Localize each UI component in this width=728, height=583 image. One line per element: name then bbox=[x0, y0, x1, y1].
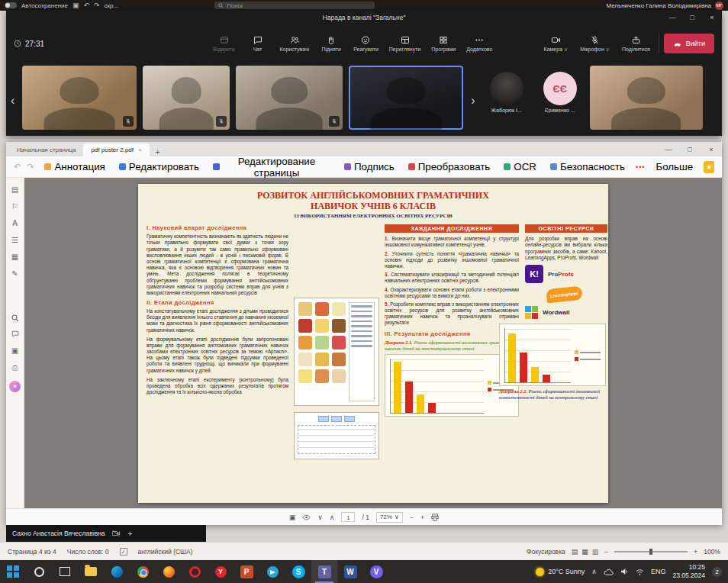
camera-options-chevron[interactable]: ∨ bbox=[564, 47, 568, 52]
task-view-button[interactable] bbox=[52, 560, 78, 583]
undo-icon[interactable]: ↶ bbox=[84, 2, 90, 9]
start-button[interactable] bbox=[0, 560, 26, 583]
save-icon[interactable]: ▣ bbox=[72, 2, 79, 9]
word-count[interactable]: Число слов: 0 bbox=[67, 548, 109, 556]
more-button[interactable]: Додатково bbox=[462, 33, 496, 54]
close-button[interactable]: × bbox=[702, 11, 722, 24]
search-button[interactable] bbox=[26, 560, 52, 583]
notifications-badge[interactable]: 2 bbox=[712, 567, 722, 577]
web-layout-icon[interactable]: ▥ bbox=[592, 548, 599, 556]
spellcheck-icon[interactable]: ✓ bbox=[120, 548, 127, 556]
raise-hand-button[interactable]: Підняти bbox=[316, 33, 346, 54]
opera-button[interactable] bbox=[182, 560, 208, 583]
presenter-bar[interactable]: Сахно Анастасія Вячеславівна + bbox=[6, 525, 206, 542]
view-button[interactable]: Переглянути bbox=[385, 33, 424, 54]
hidden-icons-chevron[interactable]: ∧ bbox=[591, 568, 597, 575]
print-icon[interactable]: ⎙ bbox=[12, 363, 18, 372]
print-layout-icon[interactable]: ▦ bbox=[581, 548, 588, 556]
viber-button[interactable]: V bbox=[363, 560, 389, 583]
focus-mode-label[interactable]: Фокусировка bbox=[527, 548, 565, 556]
page-number-input[interactable]: 1 bbox=[341, 512, 355, 522]
convert-button[interactable]: Преобразовать bbox=[405, 159, 494, 175]
participants-button[interactable]: Користувачі bbox=[275, 33, 313, 54]
react-button[interactable]: Реагувати bbox=[350, 33, 382, 54]
yandex-button[interactable]: Y bbox=[208, 560, 234, 583]
telegram-button[interactable] bbox=[259, 560, 285, 583]
print-icon[interactable] bbox=[431, 514, 439, 521]
close-tab-icon[interactable]: × bbox=[138, 147, 142, 153]
undo-icon[interactable]: ↶ bbox=[14, 162, 21, 172]
stamp-icon[interactable]: ▣ bbox=[11, 346, 18, 355]
skype-button[interactable]: S bbox=[285, 560, 311, 583]
zoom-select[interactable]: 72%∨ bbox=[376, 512, 403, 523]
zoom-percent[interactable]: 100% bbox=[704, 548, 720, 556]
page-fit-icon[interactable]: ▣ bbox=[289, 514, 296, 521]
teams-button[interactable]: T bbox=[311, 560, 337, 583]
scroll-left-chevron[interactable]: ‹ bbox=[9, 95, 16, 107]
word-button[interactable]: W bbox=[337, 560, 363, 583]
onedrive-cloud-icon[interactable] bbox=[604, 569, 614, 575]
document-canvas[interactable]: РОЗВИТОК АНГЛІЙСЬКОМОВНИХ ГРАМАТИЧНИХ НА… bbox=[24, 178, 722, 508]
maximize-button[interactable]: □ bbox=[682, 11, 702, 24]
language-indicator[interactable]: английский (США) bbox=[138, 548, 193, 556]
ai-assistant-icon[interactable]: ✦ bbox=[9, 381, 21, 392]
file-explorer-button[interactable] bbox=[78, 560, 104, 583]
read-mode-icon[interactable]: ▤ bbox=[572, 548, 578, 556]
firefox-button[interactable] bbox=[156, 560, 182, 583]
open-button[interactable]: Відкрити bbox=[208, 33, 239, 54]
more-tools-dots[interactable]: ••• bbox=[636, 163, 645, 171]
video-tile-1[interactable] bbox=[22, 66, 137, 130]
share-button[interactable]: Поділитися bbox=[618, 33, 654, 54]
chat-button[interactable]: Чат bbox=[242, 33, 272, 54]
weather-widget[interactable]: 20°C Sunny bbox=[536, 568, 585, 576]
video-tile-3[interactable] bbox=[236, 66, 343, 130]
annotations-list-icon[interactable]: A bbox=[12, 219, 18, 227]
zoom-out-button[interactable]: − bbox=[604, 548, 608, 556]
search-input[interactable]: Поиск bbox=[214, 2, 375, 9]
video-tile-2[interactable] bbox=[143, 66, 230, 130]
pin-icon[interactable]: + bbox=[128, 530, 133, 538]
bookmarks-icon[interactable]: ⚐ bbox=[11, 202, 18, 211]
upgrade-badge-icon[interactable]: ★ bbox=[704, 161, 714, 173]
apps-button[interactable]: Програми bbox=[427, 33, 459, 54]
mic-button[interactable]: Мікрофон ∨ bbox=[576, 33, 614, 55]
clock[interactable]: 10:25 23.05.2024 bbox=[672, 563, 705, 579]
tab-pdf-poster[interactable]: pdf poster 2.pdf × bbox=[83, 143, 149, 156]
video-tile-4[interactable] bbox=[590, 66, 703, 130]
participant-avatar-tile[interactable]: Жаборюк І... bbox=[483, 66, 530, 113]
maximize-button[interactable]: □ bbox=[679, 143, 701, 156]
more-tools-button[interactable]: Больше bbox=[652, 159, 696, 175]
camera-button[interactable]: Камера ∨ bbox=[540, 33, 572, 55]
outline-icon[interactable]: ☰ bbox=[11, 236, 18, 244]
new-tab-button[interactable]: + bbox=[150, 148, 166, 156]
annotate-button[interactable]: Аннотация bbox=[41, 159, 108, 175]
minimize-button[interactable]: — bbox=[662, 11, 682, 24]
zoom-slider[interactable] bbox=[614, 551, 688, 552]
volume-icon[interactable] bbox=[620, 568, 629, 575]
redo-icon[interactable]: ↷ bbox=[94, 2, 100, 9]
autosave-toggle[interactable] bbox=[5, 2, 17, 8]
fields-icon[interactable]: ▦ bbox=[11, 253, 18, 261]
chrome-button[interactable] bbox=[130, 560, 156, 583]
close-button[interactable]: × bbox=[701, 143, 722, 156]
video-tile-selected[interactable] bbox=[349, 66, 463, 130]
edit-button[interactable]: Редактировать bbox=[116, 159, 202, 175]
zoom-out-button[interactable]: − bbox=[410, 514, 414, 521]
comment-icon[interactable] bbox=[11, 330, 19, 338]
zoom-in-button[interactable]: + bbox=[420, 514, 424, 521]
account-menu[interactable]: Мельниченко Галина Володимирівна МГ bbox=[606, 2, 723, 10]
powerpoint-button[interactable]: P bbox=[234, 560, 259, 583]
ocr-button[interactable]: OCR bbox=[501, 159, 540, 175]
tab-start-page[interactable]: Начальная страница bbox=[9, 143, 83, 156]
edit-pen-icon[interactable]: ✎ bbox=[11, 269, 18, 278]
read-mode-eye-icon[interactable] bbox=[302, 514, 311, 520]
network-icon[interactable] bbox=[636, 569, 644, 575]
next-page-chevron[interactable]: ∧ bbox=[330, 514, 335, 521]
mic-options-chevron[interactable]: ∨ bbox=[606, 47, 610, 52]
security-button[interactable]: Безопасность bbox=[547, 159, 628, 175]
zoom-in-button[interactable]: + bbox=[694, 548, 697, 556]
redo-icon[interactable]: ↷ bbox=[27, 162, 34, 172]
minimize-button[interactable]: — bbox=[658, 143, 679, 156]
leave-button[interactable]: Вийти bbox=[664, 34, 714, 53]
page-edit-button[interactable]: Редактирование страницы bbox=[210, 153, 333, 181]
